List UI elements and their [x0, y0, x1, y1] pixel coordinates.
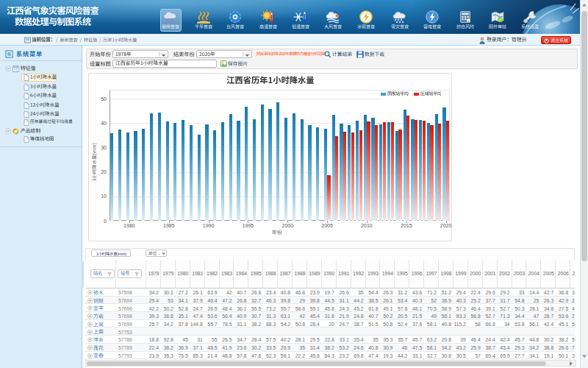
svg-text:x: x [467, 19, 469, 23]
